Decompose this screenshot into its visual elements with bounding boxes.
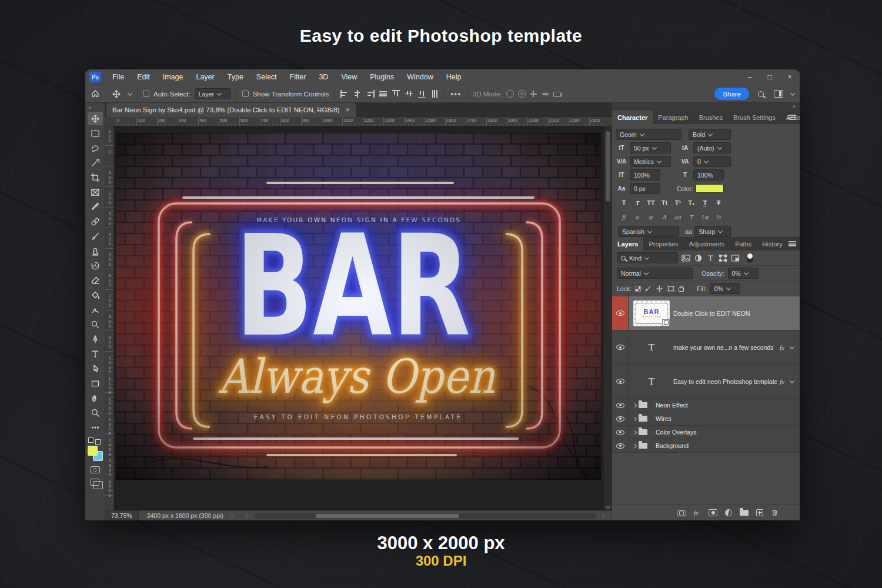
align-icon-1[interactable] [340,90,349,98]
eraser-tool[interactable] [88,273,103,287]
align-icon-3[interactable] [366,90,375,98]
align-icon-8[interactable] [431,89,439,98]
menu-type[interactable]: Type [221,69,250,85]
adjustment-layer-icon[interactable] [725,509,732,516]
align-icon-7[interactable] [418,89,426,98]
tab-adjustments[interactable]: Adjustments [684,237,730,250]
lock-artboard-icon[interactable] [667,285,675,293]
opentype-button-6[interactable]: T [686,212,697,222]
status-chevron-left-icon[interactable]: 〈 [242,512,249,520]
style-button-7[interactable]: T [699,198,711,208]
menu-layer[interactable]: Layer [189,69,220,85]
tracking-dropdown[interactable]: 0 [693,156,731,167]
minimize-button[interactable]: – [740,69,760,85]
menu-window[interactable]: Window [400,69,439,85]
new-group-icon[interactable] [740,510,749,516]
opentype-button-2[interactable]: o [632,212,643,222]
opentype-button-5[interactable]: aa [672,212,684,222]
frame-tool[interactable] [88,185,103,199]
filter-pixel-icon[interactable] [681,254,690,262]
opacity-dropdown[interactable]: 0% [728,268,759,279]
quick-mask-icon[interactable] [91,466,100,473]
tab-character[interactable]: Character [612,111,653,124]
opentype-button-7[interactable]: 1st [699,212,711,222]
photoshop-logo[interactable]: Ps [89,72,101,82]
lock-transparency-icon[interactable] [635,286,641,292]
tab-history[interactable]: History [757,237,787,250]
style-button-1[interactable]: T [618,198,630,208]
home-icon[interactable] [91,89,101,99]
status-chevron-end-icon[interactable]: 〉 [602,512,609,520]
baseline-shift-field[interactable]: 0 px [630,183,660,194]
group-expand-icon[interactable] [633,443,637,447]
layer-visibility[interactable] [612,439,629,452]
gradient-tool[interactable] [88,288,103,302]
dodge-tool[interactable] [88,318,103,331]
add-mask-icon[interactable] [709,509,717,516]
hand-tool[interactable] [88,391,103,405]
filter-shape-icon[interactable] [719,254,727,262]
panels-collapse-icon[interactable]: » [612,103,800,111]
canvas-image[interactable]: MAKE YOUR OWN NEON SIGN IN A FEW SECONDS… [116,133,601,480]
auto-select-dropdown[interactable]: Layer [195,88,231,99]
layer-row-make-your-own-ne-n-a-few-secon[interactable]: Tmake your own ne...n a few secondsfx [612,330,800,365]
history-brush-tool[interactable] [88,259,103,272]
layer-visibility[interactable] [612,412,629,425]
fx-badge[interactable]: fx [780,344,784,351]
kerning-dropdown[interactable]: Metrics [630,156,671,167]
language-dropdown[interactable]: Spanish [618,226,679,237]
group-expand-icon[interactable] [633,416,637,420]
filter-smart-object-icon[interactable] [731,254,740,262]
camera-3d-icon[interactable] [553,92,562,97]
type-tool[interactable] [88,347,103,360]
tab-brush-settings[interactable]: Brush Settings [728,111,781,124]
new-layer-icon[interactable] [756,509,763,516]
screen-mode-icon[interactable] [91,479,99,486]
opentype-button-3[interactable]: st [645,212,657,222]
layer-visibility[interactable] [612,330,629,364]
filter-toggle[interactable] [747,253,753,263]
lock-pixels-icon[interactable] [644,285,652,293]
filter-type-icon[interactable] [706,254,715,262]
style-button-3[interactable]: TT [645,198,657,208]
blend-mode-dropdown[interactable]: Normal [617,268,693,279]
horizontal-scrollbar[interactable] [255,513,596,519]
character-panel-menu-icon[interactable] [789,115,796,120]
brush-tool[interactable] [88,229,103,243]
workspace-chevron-icon[interactable] [790,91,795,95]
roll-3d-icon[interactable] [518,90,526,98]
tab-paragraph[interactable]: Paragraph [653,111,693,124]
layer-row-background[interactable]: Background [612,439,800,453]
menu-edit[interactable]: Edit [131,69,156,85]
orbit-3d-icon[interactable] [506,90,514,98]
clone-stamp-tool[interactable] [88,244,103,258]
move-tool-icon[interactable] [112,89,121,98]
crop-tool[interactable] [88,171,103,184]
align-icon-6[interactable] [405,89,413,98]
layer-visibility[interactable] [612,399,629,412]
healing-brush-tool[interactable] [88,215,103,228]
menu-select[interactable]: Select [250,69,283,85]
group-expand-icon[interactable] [633,403,637,407]
tab-properties[interactable]: Properties [643,237,683,250]
magic-wand-tool[interactable] [88,156,103,169]
menu-filter[interactable]: Filter [283,69,313,85]
layer-row-color-overlays[interactable]: Color Overlays [612,426,800,439]
shape-tool[interactable] [88,376,103,390]
slide-3d-icon[interactable] [542,90,549,98]
style-button-2[interactable]: T [632,198,643,208]
default-colors-icon[interactable] [88,437,102,443]
scroll-down-icon[interactable] [606,504,610,509]
share-button[interactable]: Share [714,88,749,100]
layers-panel-menu-icon[interactable] [789,241,796,246]
tab-brushes[interactable]: Brushes [694,111,728,124]
font-style-dropdown[interactable]: Bold [689,129,731,140]
lock-all-icon[interactable] [679,288,684,292]
tab-paths[interactable]: Paths [730,237,757,250]
style-button-6[interactable]: T₁ [686,198,697,208]
layer-thumbnail[interactable]: BARAlways Open [633,300,670,326]
show-transform-checkbox[interactable] [242,91,249,97]
opentype-button-8[interactable]: ½ [713,212,724,222]
filter-adjustment-icon[interactable] [694,254,703,262]
tab-close-icon[interactable]: × [346,106,350,114]
